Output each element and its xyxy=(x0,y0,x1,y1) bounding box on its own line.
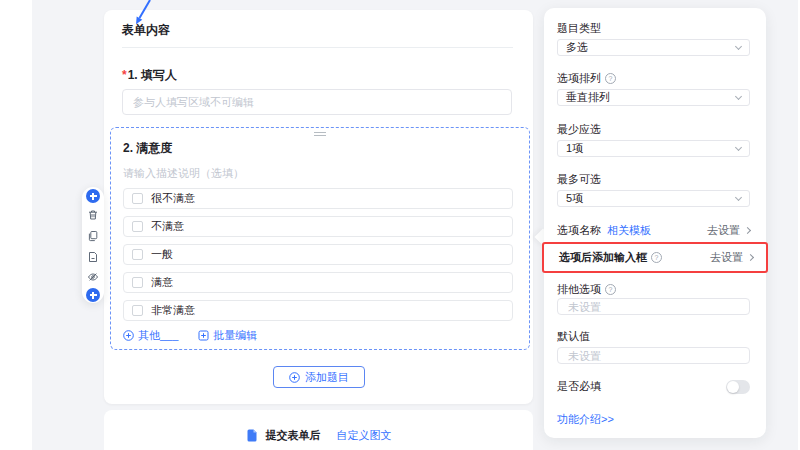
option-label: 很不满意 xyxy=(151,191,195,206)
option-label: 一般 xyxy=(151,247,173,262)
min-select-value: 1项 xyxy=(566,141,583,156)
checkbox-icon[interactable] xyxy=(132,249,143,260)
question-type-value: 多选 xyxy=(566,40,588,55)
add-question-button[interactable]: 添加题目 xyxy=(273,366,365,388)
input-after-option-row-highlighted: 选项后添加输入框 ? 去设置 xyxy=(542,242,768,273)
option-arrangement-label: 选项排列 ? xyxy=(557,71,616,86)
circle-plus-icon xyxy=(289,372,300,383)
option-arrangement-value: 垂直排列 xyxy=(566,90,610,105)
input-after-option-label: 选项后添加输入框 xyxy=(559,250,647,265)
option-label: 满意 xyxy=(151,275,173,290)
batch-edit-link[interactable]: 批量编辑 xyxy=(198,328,257,343)
max-select-select[interactable]: 5项 xyxy=(557,190,750,207)
option-arrangement-label-text: 选项排列 xyxy=(557,71,601,86)
checkbox-icon[interactable] xyxy=(132,221,143,232)
option-row[interactable]: 满意 xyxy=(123,272,513,293)
option-row[interactable]: 非常满意 xyxy=(123,300,513,321)
exclusive-option-label: 排他选项 ? xyxy=(557,282,616,297)
submit-after-label: 提交表单后 xyxy=(266,428,321,443)
option-name-label: 选项名称 xyxy=(557,223,601,238)
after-submit-row: 提交表单后 自定义图文 xyxy=(104,410,533,443)
document-icon xyxy=(246,429,258,442)
question-circle-icon[interactable]: ? xyxy=(651,252,662,263)
min-select-select[interactable]: 1项 xyxy=(557,140,750,157)
add-above-icon[interactable] xyxy=(86,189,100,203)
after-submit-section: 提交表单后 自定义图文 xyxy=(104,410,533,450)
hide-icon[interactable] xyxy=(87,271,99,283)
question-circle-icon[interactable]: ? xyxy=(605,284,616,295)
delete-icon[interactable] xyxy=(87,209,99,221)
option-tools-row: 其他___ 批量编辑 xyxy=(123,328,257,343)
checkbox-icon[interactable] xyxy=(132,305,143,316)
chevron-down-icon xyxy=(735,144,742,151)
question-toolbar xyxy=(82,187,104,303)
drag-handle-icon[interactable] xyxy=(314,132,326,136)
chevron-down-icon xyxy=(735,43,742,50)
question-settings-panel: 题目类型 多选 选项排列 ? 垂直排列 最少应选 1项 最多可选 5项 选项名称… xyxy=(544,8,766,438)
question-circle-icon[interactable]: ? xyxy=(605,73,616,84)
max-select-value: 5项 xyxy=(566,191,583,206)
option-arrangement-select[interactable]: 垂直排列 xyxy=(557,89,750,106)
add-other-option-link[interactable]: 其他___ xyxy=(123,328,178,343)
option-name-row: 选项名称 相关模板 去设置 xyxy=(557,223,750,238)
toggle-knob xyxy=(727,381,739,393)
option-row[interactable]: 不满意 xyxy=(123,216,513,237)
default-value-input[interactable] xyxy=(557,347,750,364)
chevron-right-icon xyxy=(744,227,751,234)
question2-description-placeholder[interactable]: 请输入描述说明（选填） xyxy=(123,166,244,181)
required-label: 是否必填 xyxy=(557,379,601,394)
annotation-arrow xyxy=(126,0,156,30)
form-canvas: 表单内容 *1. 填写人 2. 满意度 请输入描述说明（选填） 很不满意 不满意… xyxy=(104,10,533,404)
add-below-icon[interactable] xyxy=(86,288,100,302)
exclusive-option-label-text: 排他选项 xyxy=(557,282,601,297)
custom-content-link[interactable]: 自定义图文 xyxy=(337,428,392,443)
exclusive-option-input[interactable] xyxy=(557,298,750,315)
feature-intro-link[interactable]: 功能介绍>> xyxy=(557,412,614,427)
save-template-icon[interactable] xyxy=(87,251,99,263)
chevron-down-icon xyxy=(735,194,742,201)
question1-label-text: 1. 填写人 xyxy=(128,68,177,82)
question2-label: 2. 满意度 xyxy=(123,140,172,157)
add-question-label: 添加题目 xyxy=(305,370,349,385)
required-row: 是否必填 xyxy=(557,379,750,394)
goset-label: 去设置 xyxy=(707,223,740,238)
circle-plus-icon xyxy=(123,330,134,341)
question-type-label: 题目类型 xyxy=(557,21,601,36)
input-after-option-goset[interactable]: 去设置 xyxy=(710,250,753,265)
max-select-label: 最多可选 xyxy=(557,172,601,187)
divider xyxy=(122,47,513,48)
required-toggle[interactable] xyxy=(726,380,750,394)
question1-label: *1. 填写人 xyxy=(122,67,177,84)
filler-input[interactable] xyxy=(122,89,512,115)
question-type-select[interactable]: 多选 xyxy=(557,39,750,56)
checkbox-icon[interactable] xyxy=(132,277,143,288)
option-row[interactable]: 很不满意 xyxy=(123,188,513,209)
option-label: 非常满意 xyxy=(151,303,195,318)
other-option-label: 其他___ xyxy=(138,328,178,343)
chevron-down-icon xyxy=(735,93,742,100)
square-plus-icon xyxy=(198,330,209,341)
default-value-label: 默认值 xyxy=(557,329,590,344)
checkbox-icon[interactable] xyxy=(132,193,143,204)
selected-question-container[interactable]: 2. 满意度 请输入描述说明（选填） 很不满意 不满意 一般 满意 非常满意 xyxy=(110,127,530,350)
form-builder-app: 表单内容 *1. 填写人 2. 满意度 请输入描述说明（选填） 很不满意 不满意… xyxy=(0,0,800,450)
batch-edit-label: 批量编辑 xyxy=(213,328,257,343)
related-template-link[interactable]: 相关模板 xyxy=(607,223,651,238)
copy-icon[interactable] xyxy=(87,230,99,242)
min-select-label: 最少应选 xyxy=(557,122,601,137)
option-name-goset[interactable]: 去设置 xyxy=(707,223,750,238)
goset-label: 去设置 xyxy=(710,250,743,265)
chevron-right-icon xyxy=(747,254,754,261)
option-label: 不满意 xyxy=(151,219,184,234)
option-row[interactable]: 一般 xyxy=(123,244,513,265)
required-asterisk: * xyxy=(122,68,127,82)
